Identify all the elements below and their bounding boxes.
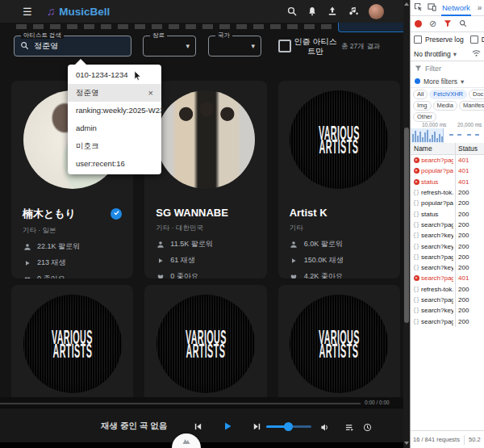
- preserve-log-checkbox[interactable]: [414, 36, 422, 44]
- request-row[interactable]: {}popular?pa...200: [411, 198, 484, 208]
- seek-row: 0:00 / 0:00: [0, 397, 403, 408]
- chip-manifest[interactable]: Manifest: [459, 101, 484, 111]
- followers-stat-value: 11.5K 팔로워: [170, 239, 212, 249]
- verified-only-checkbox[interactable]: [278, 40, 291, 52]
- inspect-element-icon[interactable]: [414, 2, 423, 13]
- search-input[interactable]: 정준영: [34, 40, 58, 52]
- request-row[interactable]: {}refresh-tok...200: [411, 284, 484, 295]
- request-row[interactable]: {}status200: [411, 208, 484, 219]
- request-row[interactable]: {}search?pag...200: [411, 220, 484, 230]
- notifications-bell-icon[interactable]: [307, 6, 317, 16]
- genre-select-label: 장르: [150, 32, 167, 39]
- request-name: popular?pa...: [421, 167, 453, 174]
- braces-icon: {}: [413, 254, 419, 260]
- request-row[interactable]: {}refresh-tok...200: [411, 187, 484, 198]
- artist-search-field[interactable]: 아티스트 검색 정준영: [14, 36, 131, 57]
- next-track-icon[interactable]: [252, 420, 261, 434]
- country-select[interactable]: 국가 ▾: [208, 36, 261, 57]
- chevron-down-icon: ▾: [453, 50, 457, 58]
- column-name[interactable]: Name: [414, 144, 432, 153]
- upload-icon[interactable]: [328, 6, 337, 16]
- request-status: 200: [458, 318, 469, 325]
- play-icon[interactable]: [223, 420, 232, 434]
- requests-table-header[interactable]: Name Status: [411, 143, 484, 155]
- app-title: MusicBell: [59, 6, 110, 18]
- history-icon[interactable]: [363, 421, 372, 435]
- genre-select[interactable]: 장르 ▾: [143, 36, 196, 57]
- request-name: search?pag...: [421, 157, 453, 164]
- network-search-icon[interactable]: [459, 19, 467, 29]
- artist-card[interactable]: VARIOUSARTISTSArtist K기타6.0K 팔로워150.0K 재…: [278, 81, 400, 278]
- more-tabs-icon[interactable]: »: [478, 3, 482, 12]
- braces-icon: {}: [413, 222, 419, 228]
- suggestion-item[interactable]: user:recent:16: [68, 155, 161, 173]
- record-icon[interactable]: [415, 20, 422, 27]
- clear-icon[interactable]: ⊘: [429, 19, 436, 28]
- request-row[interactable]: ×search?pag...401: [411, 273, 484, 283]
- throttling-select[interactable]: No throttling: [414, 50, 451, 58]
- more-filters-label: More filters: [424, 77, 457, 86]
- scrollbar-thumb[interactable]: [404, 128, 409, 323]
- chip-media[interactable]: Media: [433, 101, 457, 111]
- various-artists-label: VARIOUSARTISTS: [23, 295, 122, 393]
- request-row[interactable]: ×popular?pa...401: [411, 165, 484, 176]
- clipped-primary-button[interactable]: [338, 22, 403, 32]
- suggestion-text: 010-1234-1234: [76, 66, 127, 84]
- request-row[interactable]: {}search?pag...200: [411, 252, 484, 262]
- previous-track-icon[interactable]: [194, 420, 202, 434]
- request-status: 401: [458, 167, 469, 174]
- request-status: 200: [458, 253, 469, 261]
- volume-slider-thumb[interactable]: [284, 422, 293, 431]
- scroll-up-icon[interactable]: [404, 2, 409, 6]
- suggestion-item[interactable]: admin: [68, 119, 161, 137]
- artist-card[interactable]: VARIOUSARTISTS: [278, 285, 400, 397]
- filter-input[interactable]: Filter: [425, 65, 441, 73]
- network-overview[interactable]: 10,000 ms 20,000 ms: [411, 121, 484, 144]
- overview-dash: [449, 134, 453, 136]
- add-music-icon[interactable]: [348, 6, 358, 17]
- queue-icon[interactable]: [345, 421, 354, 435]
- more-filters-row[interactable]: More filters ▾: [411, 75, 484, 88]
- request-name: search?pag...: [421, 274, 453, 282]
- chip-fetchxhr[interactable]: Fetch/XHR: [429, 90, 467, 99]
- close-icon[interactable]: ×: [148, 84, 153, 102]
- column-status[interactable]: Status: [458, 144, 478, 153]
- chip-doc[interactable]: Doc: [469, 90, 484, 99]
- error-icon: ×: [413, 275, 419, 281]
- overview-bar: [415, 131, 416, 142]
- error-badge-icon: ×: [414, 179, 419, 185]
- seek-bar[interactable]: [0, 403, 361, 404]
- artist-card[interactable]: VARIOUSARTISTS: [11, 285, 133, 397]
- network-options-row: Preserve log Disa: [411, 32, 484, 47]
- chip-all[interactable]: All: [413, 90, 428, 99]
- page-scrollbar[interactable]: [403, 0, 410, 448]
- scroll-down-icon[interactable]: [404, 442, 409, 445]
- request-row[interactable]: {}search?pag...200: [411, 295, 484, 305]
- chip-img[interactable]: Img: [413, 101, 432, 111]
- user-avatar[interactable]: [369, 4, 384, 19]
- suggestion-item[interactable]: 미호크: [68, 137, 161, 155]
- request-row[interactable]: {}search?key...200: [411, 262, 484, 273]
- suggestion-item[interactable]: ranking:weekly:2025-W23: [68, 102, 161, 119]
- disable-cache-checkbox[interactable]: [470, 36, 478, 44]
- search-icon[interactable]: [287, 6, 297, 16]
- network-conditions-icon[interactable]: [472, 48, 481, 59]
- filter-funnel-icon[interactable]: [444, 19, 452, 29]
- braces-icon: {}: [413, 190, 419, 195]
- request-row[interactable]: {}search?key...200: [411, 241, 484, 251]
- volume-slider[interactable]: [266, 425, 311, 428]
- request-row[interactable]: ×status401: [411, 177, 484, 187]
- request-row[interactable]: ×search?pag...401: [411, 155, 484, 165]
- request-row[interactable]: {}search?pag...200: [411, 316, 484, 326]
- request-row[interactable]: {}search?key...200: [411, 305, 484, 316]
- menu-icon[interactable]: ☰: [23, 6, 32, 17]
- volume-speaker-icon[interactable]: [320, 421, 329, 435]
- suggestion-item[interactable]: 정준영×: [68, 84, 161, 102]
- request-name: refresh-tok...: [421, 286, 453, 293]
- device-toolbar-icon[interactable]: [428, 2, 436, 13]
- vinyl-line: ARTISTS: [319, 342, 359, 360]
- suggestion-item[interactable]: 010-1234-1234: [68, 66, 161, 84]
- artist-card[interactable]: VARIOUSARTISTS: [144, 285, 266, 397]
- tab-network[interactable]: Network: [441, 3, 471, 12]
- request-row[interactable]: {}search?key...200: [411, 230, 484, 241]
